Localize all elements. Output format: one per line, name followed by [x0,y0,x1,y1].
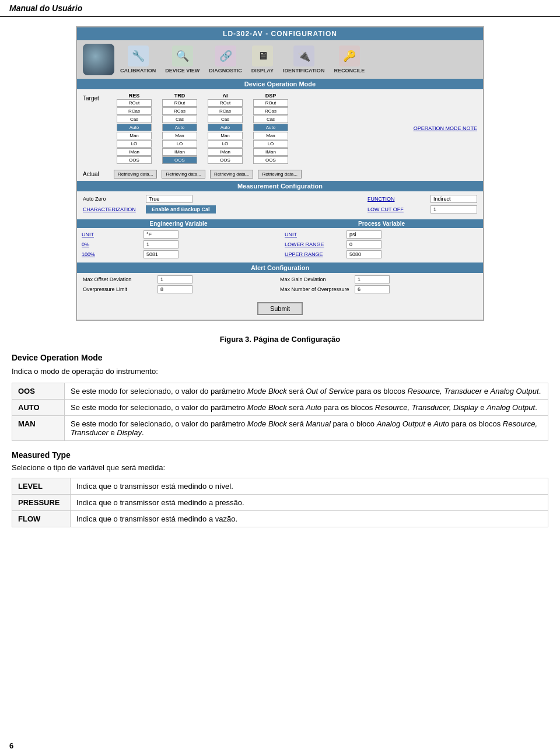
section-title: Device Operation Mode [12,353,548,362]
ai-man: Man [208,132,243,139]
display-label: DISPLAY [251,68,274,74]
res-rcas: RCas [117,107,152,115]
low-cut-off-label[interactable]: LOW CUT OFF [368,206,426,212]
figure-caption: Figura 3. Página de Configuração [12,335,548,344]
auto-zero-label: Auto Zero [83,196,141,202]
config-nav: 🔧 CALIBRATION 🔍 DEVICE VIEW 🔗 DIAGNOSTIC… [77,40,483,79]
manual-title: Manual do Usuário [9,4,82,13]
alert-config: Max Offset Deviation 1 Overpressure Limi… [77,273,483,298]
auto-desc: Se este modo for selecionado, o valor do… [65,400,548,416]
characterization-label[interactable]: CHARACTERIZATION [83,206,141,212]
pressure-desc: Indica que o transmissor está medindo a … [71,495,548,511]
max-overpressure-row: Max Number of Overpressure 6 [280,285,477,293]
nav-item-display[interactable]: 🖥 DISPLAY [251,46,274,74]
unit-label-right[interactable]: UNIT [285,232,343,237]
nav-item-calibration[interactable]: 🔧 CALIBRATION [120,46,156,74]
max-offset-value: 1 [158,275,192,284]
process-variable-panel: Process Variable UNIT psi LOWER RANGE 0 … [280,219,483,262]
trd-rcas: RCas [162,107,197,115]
oos-key: OOS [12,383,65,400]
max-overpressure-value: 6 [355,285,390,293]
trd-iman: IMan [162,148,197,156]
ai-oos: OOS [208,156,243,164]
page-content: LD-302-AV - CONFIGURATION 🔧 CALIBRATION … [0,17,560,537]
res-man: Man [117,132,152,139]
trd-oos[interactable]: OOS [162,156,197,164]
man-desc: Se este modo for selecionado, o valor do… [65,416,548,441]
unit-label-left[interactable]: UNIT [82,232,140,237]
trd-man: Man [162,132,197,139]
alert-panels: Max Offset Deviation 1 Overpressure Limi… [83,275,477,295]
ai-cas: Cas [208,116,243,123]
man-row: MAN Se este modo for selecionado, o valo… [12,416,548,441]
max-gain-value: 1 [355,275,390,284]
res-rout: ROut [117,99,152,107]
nav-item-diagnostic[interactable]: 🔗 DIAGNOSTIC [209,46,242,74]
device-operation-mode-header: Device Operation Mode [77,79,483,89]
nav-item-reconcile[interactable]: 🔑 RECONCILE [334,46,365,74]
nav-items: 🔧 CALIBRATION 🔍 DEVICE VIEW 🔗 DIAGNOSTIC… [120,46,477,74]
mode-columns: RES ROut RCas Cas Auto Man LO IMan OOS T… [114,93,409,164]
function-label[interactable]: FUNCTION [368,196,426,202]
unit-value-left: °F [144,230,178,239]
oos-row: OOS Se este modo for selecionado, o valo… [12,383,548,400]
overpressure-label: Overpressure Limit [83,286,153,292]
target-row: Target RES ROut RCas Cas Auto Man LO IMa… [83,93,477,164]
level-key: LEVEL [12,478,71,495]
identification-icon: 🔌 [293,46,314,66]
lower-range-label[interactable]: LOWER RANGE [285,242,343,247]
res-auto[interactable]: Auto [117,124,152,131]
flow-desc: Indica que o transmissor está medindo a … [71,511,548,527]
res-column: RES ROut RCas Cas Auto Man LO IMan OOS [114,93,155,164]
ai-header: AI [223,93,228,99]
characterization-value[interactable]: Enable and Backup Cal [146,205,216,214]
display-icon: 🖥 [252,46,273,66]
dsp-iman: IMan [253,148,288,156]
actual-row: Actual Retrieving data... Retrieving dat… [77,167,483,181]
ai-rout: ROut [208,99,243,107]
process-variable-header: Process Variable [280,219,483,228]
measured-type-section: Measured Type Selecione o tipo de variáv… [12,450,548,527]
auto-row: AUTO Se este modo for selecionado, o val… [12,400,548,416]
actual-label: Actual [83,171,109,177]
operation-mode-table: Target RES ROut RCas Cas Auto Man LO IMa… [77,89,483,167]
dsp-cas: Cas [253,116,288,123]
ai-rcas: RCas [208,107,243,115]
dsp-man: Man [253,132,288,139]
nav-item-identification[interactable]: 🔌 IDENTIFICATION [283,46,324,74]
characterization-row: CHARACTERIZATION Enable and Backup Cal L… [83,205,477,214]
pressure-row: PRESSURE Indica que o transmissor está m… [12,495,548,511]
max-offset-row: Max Offset Deviation 1 [83,275,280,284]
retrieving-btn-ai[interactable]: Retrieving data... [210,170,253,178]
measurement-config: Auto Zero True FUNCTION Indirect CHARACT… [77,191,483,219]
dsp-auto[interactable]: Auto [253,124,288,131]
dsp-column: DSP ROut RCas Cas Auto Man LO IMan OOS [250,93,291,164]
submit-button[interactable]: Submit [257,302,303,315]
trd-rout: ROut [162,99,197,107]
variable-panels: Engineering Variable UNIT °F 0% 1 100% 5… [77,219,483,262]
max-overpressure-label: Max Number of Overpressure [280,286,350,292]
level-desc: Indica que o transmissor está medindo o … [71,478,548,495]
hundred-pct-label[interactable]: 100% [82,251,140,257]
alert-right: Max Gain Deviation 1 Max Number of Overp… [280,275,477,295]
trd-cas: Cas [162,116,197,123]
reconcile-label: RECONCILE [334,68,365,74]
max-offset-label: Max Offset Deviation [83,276,153,282]
pressure-key: PRESSURE [12,495,71,511]
retrieving-btn-dsp[interactable]: Retrieving data... [258,170,301,178]
ai-column: AI ROut RCas Cas Auto Man LO IMan OOS [205,93,246,164]
low-cut-off-value: 1 [430,205,477,214]
ai-auto[interactable]: Auto [208,124,243,131]
process-variable-content: UNIT psi LOWER RANGE 0 UPPER RANGE 5080 [280,228,483,262]
diagnostic-icon: 🔗 [215,46,236,66]
retrieving-btn-res[interactable]: Retrieving data... [114,170,157,178]
identification-label: IDENTIFICATION [283,68,324,74]
operation-mode-note[interactable]: OPERATION MODE NOTE [414,125,477,131]
nav-item-device-view[interactable]: 🔍 DEVICE VIEW [165,46,200,74]
hundred-pct-row: 100% 5081 [82,250,275,258]
retrieving-btn-trd[interactable]: Retrieving data... [162,170,205,178]
zero-pct-label[interactable]: 0% [82,242,140,247]
engineering-variable-header: Engineering Variable [77,219,280,228]
upper-range-label[interactable]: UPPER RANGE [285,251,343,257]
trd-auto[interactable]: Auto [162,124,197,131]
